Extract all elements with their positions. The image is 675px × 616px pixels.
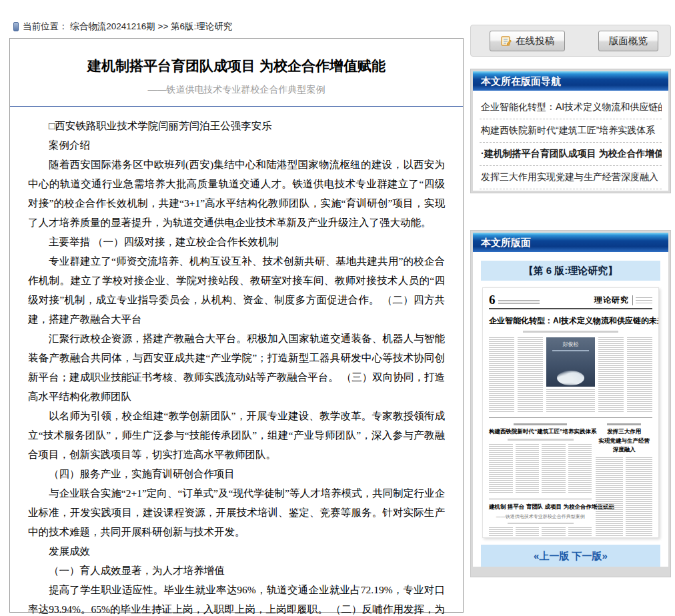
preview-masthead: 6 理论研究: [489, 293, 652, 306]
preview-text-column: [489, 337, 514, 412]
preview-masthead-box: [632, 295, 652, 305]
preview-text-columns: [489, 444, 592, 493]
article-paragraph: 专业群建立了“师资交流培养、机构互设互补、技术创新共研、基地共建共用”的校企合作…: [28, 251, 445, 329]
layout-overview-label: 版面概览: [609, 35, 648, 47]
preview-text-columns: [489, 527, 592, 538]
article-paragraph: 随着西安国际港务区中欧班列(西安)集结中心和陆港型国家物流枢纽的建设，以西安为中…: [28, 155, 445, 232]
article-paragraph: （一）育人成效显著，为人才培养增值: [28, 561, 445, 580]
preview-text-column: [598, 337, 624, 412]
article-paragraph: （四）服务产业，实施育训研创合作项目: [28, 464, 445, 483]
preview-headline-4-sub: ——铁道供电技术专业群校企合作典型案例: [489, 513, 592, 520]
nav-link-article-2[interactable]: 构建西铁院新时代“建筑工匠”培养实践体系: [480, 119, 662, 143]
preview-byline-1: [523, 331, 618, 333]
article-paragraph: 发展成效: [28, 541, 445, 561]
article-paragraph: 以名师为引领，校企组建“教学创新团队”，开展专业建设、教学改革。专家教授领衔成立…: [28, 406, 445, 464]
preview-text-column: [627, 337, 652, 412]
article-paragraph: 与企业联合实施“2+1”定向、“订单式”及“现代学徒制”等人才培养模式，共同制定…: [28, 483, 445, 541]
page-title: 建机制搭平台育团队成项目 为校企合作增值赋能: [28, 57, 445, 75]
online-submit-label: 在线投稿: [516, 35, 554, 47]
preview-headline-4: 建机制 搭平台 育团队 成项目 为校企合作增值赋能: [489, 503, 592, 511]
preview-section-title: 理论研究: [594, 295, 629, 306]
preview-masthead-meta: [498, 299, 540, 306]
preview-photo: 彭俊松: [546, 337, 594, 387]
article-paragraph: 提高了学生职业适应性。毕业生就业率达96%，轨道交通企业就业占72.19%，专业…: [28, 580, 445, 616]
preview-photo-column: 彭俊松: [546, 337, 594, 412]
preview-section-rule: [489, 417, 652, 418]
article-subtitle: ——铁道供电技术专业群校企合作典型案例: [28, 84, 445, 96]
preview-text-column: [518, 337, 543, 412]
preview-text-column: [546, 389, 594, 412]
preview-headline-2: 构建西铁院新时代“建筑工匠”培养实践体系: [489, 428, 592, 436]
article-panel: 建机制搭平台育团队成项目 为校企合作增值赋能 ——铁道供电技术专业群校企合作典型…: [9, 38, 464, 613]
page-layout-panel: 本文所版面 【第 6 版:理论研究】 6 理论研究 企业智能化转型：A: [470, 230, 671, 577]
preview-text-columns: [596, 457, 652, 538]
online-submit-button[interactable]: 在线投稿: [490, 31, 565, 51]
preview-kicker-bar: [607, 423, 641, 425]
preview-headline-1: 企业智能化转型：AI技术定义物流和供应链的未来: [489, 315, 652, 327]
newspaper-page-thumbnail[interactable]: 6 理论研究 企业智能化转型：AI技术定义物流和供应链的未来: [482, 287, 659, 538]
preview-masthead-rule: [489, 308, 652, 309]
article-body: □西安铁路职业技术学院闫丽芳闫泊王公强李安乐 案例介绍 随着西安国际港务区中欧班…: [28, 116, 445, 616]
nav-link-article-4[interactable]: 发挥三大作用实现党建与生产经营深度融入: [480, 166, 662, 189]
breadcrumb-text: 当前位置： 综合物流20241216期 >> 第6版:理论研究: [23, 21, 232, 33]
preview-lower-area: 构建西铁院新时代“建筑工匠”培养实践体系 建机制 搭平台 育团队 成项目 为校企…: [489, 422, 652, 538]
preview-headline-3: 发挥三大作用 实现党建与生产经营深度融入: [596, 427, 652, 455]
edition-label: 【第 6 版:理论研究】: [481, 261, 660, 281]
preview-section-1: 彭俊松: [489, 337, 652, 412]
nav-link-article-3-current[interactable]: ·建机制搭平台育团队成项目 为校企合作增值: [480, 143, 662, 166]
sidebar-toolbar: 在线投稿 版面概览: [470, 25, 671, 57]
article-paragraph: □西安铁路职业技术学院闫丽芳闫泊王公强李安乐: [28, 116, 445, 135]
preview-headline-3-line1: 发挥三大作用: [596, 427, 652, 437]
preview-byline-3: [508, 523, 574, 525]
article-paragraph: 案例介绍: [28, 135, 445, 155]
breadcrumb: 当前位置： 综合物流20241216期 >> 第6版:理论研究: [13, 21, 232, 33]
article-paragraph: 汇聚行政校企资源，搭建产教融合大平台。积极加入国家轨道交通装备、机器人与智能装备…: [28, 329, 445, 406]
notepad-icon: [500, 35, 512, 47]
nav-panel-header: 本文所在版面导航: [473, 71, 668, 91]
preview-photo-caption: 彭俊松: [546, 342, 594, 347]
preview-photo-caption-line: [552, 350, 589, 351]
prev-next-page-link[interactable]: «上一版 下一版»: [481, 545, 660, 567]
layout-panel-header: 本文所版面: [473, 233, 668, 252]
title-divider: [10, 106, 463, 107]
preview-byline-2: [508, 439, 574, 441]
page-nav-panel: 本文所在版面导航 企业智能化转型：AI技术定义物流和供应链的 构建西铁院新时代“…: [470, 69, 671, 193]
nav-link-list: 企业智能化转型：AI技术定义物流和供应链的 构建西铁院新时代“建筑工匠”培养实践…: [473, 91, 668, 191]
nav-link-article-1[interactable]: 企业智能化转型：AI技术定义物流和供应链的: [480, 96, 662, 119]
preview-photo-flowers: [557, 371, 584, 385]
preview-headline-3-line2: 实现党建与生产经营深度融入: [596, 437, 652, 455]
preview-kicker-bar: [514, 423, 567, 425]
breadcrumb-bullet-icon: [13, 22, 19, 31]
preview-page-number: 6: [489, 293, 496, 306]
layout-overview-button[interactable]: 版面概览: [598, 31, 658, 51]
article-paragraph: 主要举措 （一）四级对接，建立校企合作长效机制: [28, 232, 445, 251]
preview-section-rule: [489, 499, 592, 499]
